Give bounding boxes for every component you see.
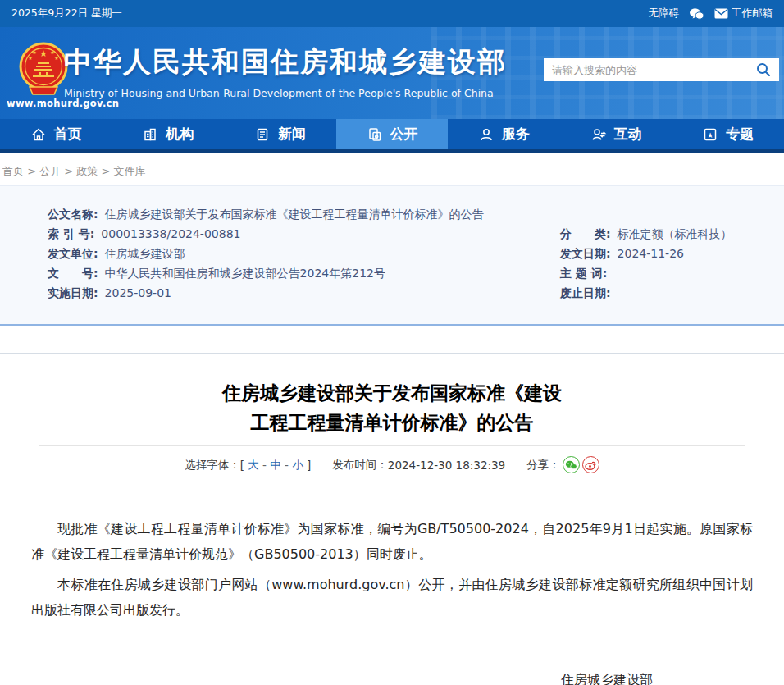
svg-text:★: ★ <box>28 55 32 61</box>
doc-field-name: 公文名称:住房城乡建设部关于发布国家标准《建设工程工程量清单计价标准》的公告 <box>0 204 784 224</box>
article-meta-row: 选择字体：[ 大 - 中 - 小 ] 发布时间：2024-12-30 18:32… <box>0 456 784 473</box>
current-date: 2025年9月22日 星期一 <box>11 7 122 21</box>
signature-agency: 住房城乡建设部 <box>517 669 697 685</box>
doc-field-row: 发文单位:住房城乡建设部 发文日期:2024-11-26 <box>0 244 784 263</box>
interaction-icon <box>590 126 607 143</box>
search-input[interactable] <box>544 64 748 76</box>
nav-tab-disclosure[interactable]: 公开 <box>336 119 449 149</box>
topics-icon: ★ <box>702 126 718 143</box>
font-medium-link[interactable]: 中 <box>270 458 281 473</box>
weibo-share-icon <box>585 460 596 470</box>
nav-tab-organization[interactable]: 机构 <box>112 119 225 149</box>
main-nav: 首页 机构 新闻 公开 服务 互动 <box>0 119 784 149</box>
accessibility-label: 无障碍 <box>649 7 680 21</box>
wechat-share-icon <box>565 460 577 470</box>
site-url: www.mohurd.gov.cn <box>7 98 119 109</box>
site-title: 中华人民共和国住房和城乡建设部 <box>64 43 507 81</box>
issuer-label: 发文单位: <box>48 247 98 260</box>
wechat-link[interactable] <box>689 7 704 21</box>
nav-tab-news[interactable]: 新闻 <box>224 119 336 149</box>
nav-tab-home[interactable]: 首页 <box>0 119 112 149</box>
svg-text:★: ★ <box>54 55 58 61</box>
nav-tab-services[interactable]: 服务 <box>448 119 560 149</box>
doc-name-label: 公文名称: <box>48 208 98 221</box>
wechat-icon <box>689 7 704 21</box>
doc-field-row: 实施日期:2025-09-01 废止日期: <box>0 283 784 303</box>
nav-tab-topics[interactable]: ★ 专题 <box>672 119 784 149</box>
article-title-line2: 工程工程量清单计价标准》的公告 <box>0 408 784 437</box>
issue-date-value: 2024-11-26 <box>618 247 684 260</box>
nav-label: 机构 <box>166 125 194 144</box>
article-body: 现批准《建设工程工程量清单计价标准》为国家标准，编号为GB/T50500-202… <box>0 516 784 623</box>
doc-number-value: 中华人民共和国住房和城乡建设部公告2024年第212号 <box>105 267 385 280</box>
site-header: ★ ★ ★ ★ ★ www.mohurd.gov.cn 中华人民共和国住房和城乡… <box>0 27 784 119</box>
national-emblem-logo: ★ ★ ★ ★ ★ <box>18 42 69 98</box>
font-small-link[interactable]: 小 <box>292 458 303 473</box>
content-divider <box>0 353 784 354</box>
issuer-value: 住房城乡建设部 <box>105 247 185 260</box>
accessibility-link[interactable]: 无障碍 <box>649 7 680 21</box>
publish-time-label: 发布时间： <box>332 458 388 473</box>
font-large-link[interactable]: 大 <box>248 458 259 473</box>
search-icon <box>756 62 771 77</box>
search-button[interactable] <box>748 62 779 77</box>
doc-field-row: 索 引 号:000013338/2024-00881 分 类:标准定额（标准科技… <box>0 224 784 244</box>
index-label: 索 引 号: <box>48 227 94 240</box>
svg-text:★: ★ <box>50 49 54 55</box>
doc-number-label: 文 号: <box>48 267 98 280</box>
doc-name-value: 住房城乡建设部关于发布国家标准《建设工程工程量清单计价标准》的公告 <box>105 208 484 221</box>
share-label: 分享： <box>526 458 560 473</box>
nav-label: 公开 <box>390 125 418 144</box>
doc-field-row: 文 号:中华人民共和国住房和城乡建设部公告2024年第212号 主 题 词: <box>0 263 784 283</box>
dash: - <box>281 459 292 472</box>
breadcrumb[interactable]: 首页 > 公开 > 政策 > 文件库 <box>0 153 784 185</box>
home-icon <box>30 126 47 143</box>
category-value: 标准定额（标准科技） <box>618 227 732 240</box>
doc-info-panel: 公文名称:住房城乡建设部关于发布国家标准《建设工程工程量清单计价标准》的公告 索… <box>0 185 784 326</box>
news-icon <box>254 126 271 143</box>
impl-date-value: 2025-09-01 <box>105 286 171 299</box>
nav-label: 专题 <box>726 125 754 144</box>
keywords-label: 主 题 词: <box>560 267 607 280</box>
article-title: 住房城乡建设部关于发布国家标准《建设 工程工程量清单计价标准》的公告 <box>0 378 784 437</box>
bracket-close: ] <box>303 459 312 472</box>
nav-label: 服务 <box>502 125 530 144</box>
nav-label: 互动 <box>614 125 642 144</box>
disclosure-icon <box>367 126 383 143</box>
dash: - <box>259 459 270 472</box>
svg-text:★: ★ <box>707 130 713 139</box>
svg-text:★: ★ <box>39 48 48 59</box>
font-size-label: 选择字体： <box>185 458 240 473</box>
site-title-english: Ministry of Housing and Urban-Rural Deve… <box>64 87 507 99</box>
work-mailbox-label: 工作邮箱 <box>732 7 773 21</box>
nav-label: 首页 <box>54 125 82 144</box>
nav-tab-interaction[interactable]: 互动 <box>560 119 672 149</box>
work-mailbox-link[interactable]: 工作邮箱 <box>714 7 773 21</box>
org-icon <box>142 126 158 143</box>
article-paragraph-2: 本标准在住房城乡建设部门户网站（www.mohurd.gov.cn）公开，并由住… <box>31 572 753 623</box>
article-paragraph-1: 现批准《建设工程工程量清单计价标准》为国家标准，编号为GB/T50500-202… <box>31 516 753 567</box>
article-signature: 住房城乡建设部 2024年11月26日 <box>517 669 697 685</box>
title-separator <box>39 445 745 446</box>
index-value: 000013338/2024-00881 <box>101 227 240 240</box>
share-wechat-button[interactable] <box>563 456 580 473</box>
spacer <box>0 326 784 353</box>
category-label: 分 类: <box>560 227 611 240</box>
article-title-line1: 住房城乡建设部关于发布国家标准《建设 <box>0 378 784 408</box>
share-weibo-button[interactable] <box>582 456 599 473</box>
top-utility-bar: 2025年9月22日 星期一 无障碍 工作邮箱 <box>0 0 784 27</box>
nav-label: 新闻 <box>278 125 306 144</box>
impl-date-label: 实施日期: <box>48 286 98 299</box>
search-box <box>544 58 779 81</box>
service-icon <box>478 126 495 143</box>
issue-date-label: 发文日期: <box>560 247 611 260</box>
repeal-date-label: 废止日期: <box>560 286 611 299</box>
mail-icon <box>714 8 728 19</box>
bracket-open: [ <box>240 459 248 472</box>
publish-time-value: 2024-12-30 18:32:39 <box>388 459 505 472</box>
svg-text:★: ★ <box>32 49 36 55</box>
